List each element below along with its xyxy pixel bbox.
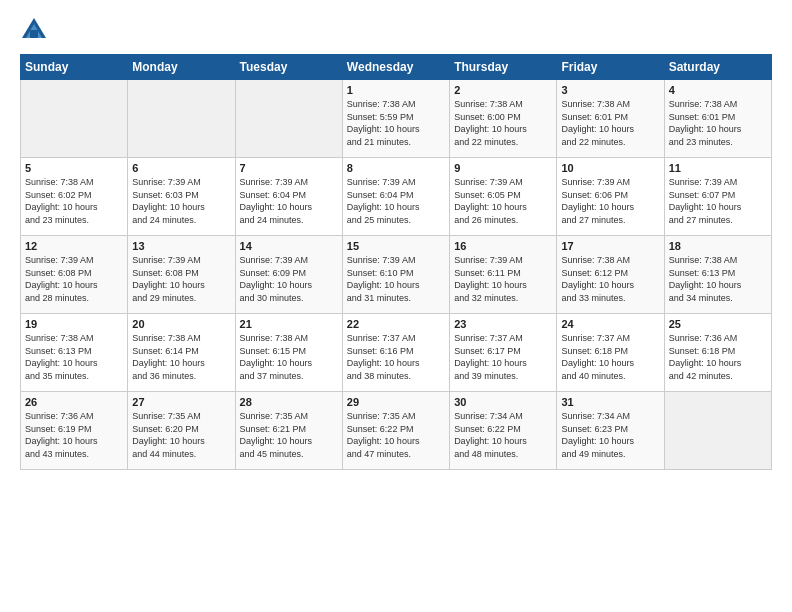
day-info: Sunrise: 7:38 AM Sunset: 6:01 PM Dayligh…: [561, 98, 659, 148]
page-header: [20, 16, 772, 44]
day-info: Sunrise: 7:35 AM Sunset: 6:20 PM Dayligh…: [132, 410, 230, 460]
day-cell: 15Sunrise: 7:39 AM Sunset: 6:10 PM Dayli…: [342, 236, 449, 314]
day-info: Sunrise: 7:35 AM Sunset: 6:21 PM Dayligh…: [240, 410, 338, 460]
day-number: 23: [454, 318, 552, 330]
day-info: Sunrise: 7:39 AM Sunset: 6:05 PM Dayligh…: [454, 176, 552, 226]
logo-icon: [20, 16, 48, 44]
week-row-3: 12Sunrise: 7:39 AM Sunset: 6:08 PM Dayli…: [21, 236, 772, 314]
day-number: 29: [347, 396, 445, 408]
day-cell: 3Sunrise: 7:38 AM Sunset: 6:01 PM Daylig…: [557, 80, 664, 158]
day-number: 1: [347, 84, 445, 96]
day-cell: 28Sunrise: 7:35 AM Sunset: 6:21 PM Dayli…: [235, 392, 342, 470]
week-row-1: 1Sunrise: 7:38 AM Sunset: 5:59 PM Daylig…: [21, 80, 772, 158]
day-cell: 14Sunrise: 7:39 AM Sunset: 6:09 PM Dayli…: [235, 236, 342, 314]
svg-rect-2: [30, 30, 38, 38]
day-cell: 27Sunrise: 7:35 AM Sunset: 6:20 PM Dayli…: [128, 392, 235, 470]
day-cell: 8Sunrise: 7:39 AM Sunset: 6:04 PM Daylig…: [342, 158, 449, 236]
day-info: Sunrise: 7:39 AM Sunset: 6:04 PM Dayligh…: [240, 176, 338, 226]
day-number: 10: [561, 162, 659, 174]
day-cell: 22Sunrise: 7:37 AM Sunset: 6:16 PM Dayli…: [342, 314, 449, 392]
day-number: 19: [25, 318, 123, 330]
day-info: Sunrise: 7:39 AM Sunset: 6:09 PM Dayligh…: [240, 254, 338, 304]
day-number: 30: [454, 396, 552, 408]
day-number: 4: [669, 84, 767, 96]
day-cell: 25Sunrise: 7:36 AM Sunset: 6:18 PM Dayli…: [664, 314, 771, 392]
day-cell: 1Sunrise: 7:38 AM Sunset: 5:59 PM Daylig…: [342, 80, 449, 158]
day-number: 6: [132, 162, 230, 174]
weekday-header-thursday: Thursday: [450, 55, 557, 80]
day-info: Sunrise: 7:38 AM Sunset: 6:01 PM Dayligh…: [669, 98, 767, 148]
day-cell: [21, 80, 128, 158]
day-cell: 31Sunrise: 7:34 AM Sunset: 6:23 PM Dayli…: [557, 392, 664, 470]
day-info: Sunrise: 7:38 AM Sunset: 6:13 PM Dayligh…: [669, 254, 767, 304]
day-cell: 23Sunrise: 7:37 AM Sunset: 6:17 PM Dayli…: [450, 314, 557, 392]
logo: [20, 16, 52, 44]
day-number: 13: [132, 240, 230, 252]
day-info: Sunrise: 7:37 AM Sunset: 6:16 PM Dayligh…: [347, 332, 445, 382]
day-number: 16: [454, 240, 552, 252]
weekday-header-monday: Monday: [128, 55, 235, 80]
day-number: 20: [132, 318, 230, 330]
day-info: Sunrise: 7:34 AM Sunset: 6:23 PM Dayligh…: [561, 410, 659, 460]
day-cell: [235, 80, 342, 158]
weekday-header-friday: Friday: [557, 55, 664, 80]
day-info: Sunrise: 7:39 AM Sunset: 6:10 PM Dayligh…: [347, 254, 445, 304]
day-number: 31: [561, 396, 659, 408]
day-info: Sunrise: 7:38 AM Sunset: 6:13 PM Dayligh…: [25, 332, 123, 382]
day-cell: 30Sunrise: 7:34 AM Sunset: 6:22 PM Dayli…: [450, 392, 557, 470]
calendar-table: SundayMondayTuesdayWednesdayThursdayFrid…: [20, 54, 772, 470]
day-info: Sunrise: 7:38 AM Sunset: 6:14 PM Dayligh…: [132, 332, 230, 382]
weekday-header-sunday: Sunday: [21, 55, 128, 80]
day-number: 24: [561, 318, 659, 330]
day-info: Sunrise: 7:35 AM Sunset: 6:22 PM Dayligh…: [347, 410, 445, 460]
day-cell: 19Sunrise: 7:38 AM Sunset: 6:13 PM Dayli…: [21, 314, 128, 392]
day-cell: 7Sunrise: 7:39 AM Sunset: 6:04 PM Daylig…: [235, 158, 342, 236]
week-row-2: 5Sunrise: 7:38 AM Sunset: 6:02 PM Daylig…: [21, 158, 772, 236]
day-info: Sunrise: 7:37 AM Sunset: 6:18 PM Dayligh…: [561, 332, 659, 382]
day-number: 12: [25, 240, 123, 252]
day-info: Sunrise: 7:39 AM Sunset: 6:08 PM Dayligh…: [132, 254, 230, 304]
day-cell: 17Sunrise: 7:38 AM Sunset: 6:12 PM Dayli…: [557, 236, 664, 314]
day-number: 2: [454, 84, 552, 96]
day-number: 3: [561, 84, 659, 96]
day-number: 25: [669, 318, 767, 330]
weekday-header-saturday: Saturday: [664, 55, 771, 80]
day-number: 14: [240, 240, 338, 252]
day-info: Sunrise: 7:38 AM Sunset: 6:15 PM Dayligh…: [240, 332, 338, 382]
day-cell: 29Sunrise: 7:35 AM Sunset: 6:22 PM Dayli…: [342, 392, 449, 470]
day-cell: 2Sunrise: 7:38 AM Sunset: 6:00 PM Daylig…: [450, 80, 557, 158]
day-number: 17: [561, 240, 659, 252]
calendar-page: SundayMondayTuesdayWednesdayThursdayFrid…: [0, 0, 792, 612]
day-number: 9: [454, 162, 552, 174]
day-cell: 24Sunrise: 7:37 AM Sunset: 6:18 PM Dayli…: [557, 314, 664, 392]
day-cell: 16Sunrise: 7:39 AM Sunset: 6:11 PM Dayli…: [450, 236, 557, 314]
day-info: Sunrise: 7:39 AM Sunset: 6:03 PM Dayligh…: [132, 176, 230, 226]
day-number: 5: [25, 162, 123, 174]
day-number: 11: [669, 162, 767, 174]
week-row-5: 26Sunrise: 7:36 AM Sunset: 6:19 PM Dayli…: [21, 392, 772, 470]
day-info: Sunrise: 7:39 AM Sunset: 6:08 PM Dayligh…: [25, 254, 123, 304]
day-info: Sunrise: 7:39 AM Sunset: 6:07 PM Dayligh…: [669, 176, 767, 226]
day-info: Sunrise: 7:39 AM Sunset: 6:11 PM Dayligh…: [454, 254, 552, 304]
day-cell: 20Sunrise: 7:38 AM Sunset: 6:14 PM Dayli…: [128, 314, 235, 392]
day-number: 28: [240, 396, 338, 408]
day-number: 26: [25, 396, 123, 408]
day-cell: 13Sunrise: 7:39 AM Sunset: 6:08 PM Dayli…: [128, 236, 235, 314]
weekday-header-row: SundayMondayTuesdayWednesdayThursdayFrid…: [21, 55, 772, 80]
day-number: 8: [347, 162, 445, 174]
day-info: Sunrise: 7:38 AM Sunset: 6:12 PM Dayligh…: [561, 254, 659, 304]
day-number: 22: [347, 318, 445, 330]
day-cell: [664, 392, 771, 470]
day-cell: 10Sunrise: 7:39 AM Sunset: 6:06 PM Dayli…: [557, 158, 664, 236]
day-cell: 26Sunrise: 7:36 AM Sunset: 6:19 PM Dayli…: [21, 392, 128, 470]
day-info: Sunrise: 7:37 AM Sunset: 6:17 PM Dayligh…: [454, 332, 552, 382]
day-info: Sunrise: 7:36 AM Sunset: 6:19 PM Dayligh…: [25, 410, 123, 460]
day-cell: 21Sunrise: 7:38 AM Sunset: 6:15 PM Dayli…: [235, 314, 342, 392]
day-info: Sunrise: 7:34 AM Sunset: 6:22 PM Dayligh…: [454, 410, 552, 460]
day-number: 7: [240, 162, 338, 174]
day-cell: 12Sunrise: 7:39 AM Sunset: 6:08 PM Dayli…: [21, 236, 128, 314]
day-number: 21: [240, 318, 338, 330]
day-cell: 18Sunrise: 7:38 AM Sunset: 6:13 PM Dayli…: [664, 236, 771, 314]
day-cell: 9Sunrise: 7:39 AM Sunset: 6:05 PM Daylig…: [450, 158, 557, 236]
day-cell: 11Sunrise: 7:39 AM Sunset: 6:07 PM Dayli…: [664, 158, 771, 236]
